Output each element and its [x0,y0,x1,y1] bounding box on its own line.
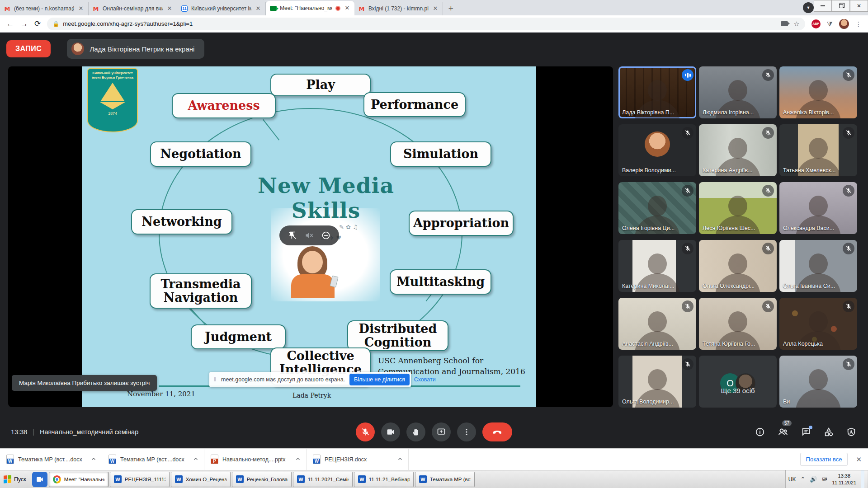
new-tab-button[interactable]: ＋ [447,3,455,14]
meeting-details-button[interactable] [755,427,765,437]
present-screen-button[interactable] [432,422,451,441]
tab-calendar[interactable]: 11 Київський університет імені Борис ✕ [177,2,266,15]
show-all-downloads-button[interactable]: Показати все [800,453,848,466]
overflow-participants-tile[interactable]: O Ще 39 осіб [699,356,777,408]
screen-share-notification: ‖ meet.google.com має доступ до вашого е… [209,372,411,387]
taskbar-task-chrome[interactable]: Meet: "Навчально... [49,472,108,487]
activities-button[interactable] [824,427,834,437]
close-icon[interactable]: ✕ [344,5,351,12]
word-icon: W [236,475,244,483]
browser-toolbar: ← → ⟳ 🔒 meet.google.com/xhq-agrz-sys?aut… [0,15,868,33]
taskbar-task-word[interactable]: W Рецензія_Головатен... [232,472,292,487]
skill-box-performance: Performance [363,92,466,117]
camera-in-use-icon[interactable] [781,21,788,26]
logo-emblem [101,83,124,101]
recording-badge: ЗАПИС [6,40,51,57]
tab-gmail-inbox[interactable]: M Вхідні (1 732) - kimmn.pi@kubg.ed ✕ [354,2,443,15]
drag-handle-icon[interactable]: ‖ [214,376,217,383]
download-item[interactable]: W Тематика МР (вст....docx [102,449,204,470]
taskbar-task-word[interactable]: W Хомич О_Рецензія [Р... [171,472,231,487]
remove-from-call-icon[interactable] [321,231,330,240]
participant-tile[interactable]: Олена Ігорівна Ци... [618,182,696,234]
camera-toggle-button[interactable] [381,422,400,441]
hidden-icons-chevron[interactable]: ⌃ [800,476,805,483]
bookmark-star-icon[interactable]: ☆ [793,20,799,28]
mic-toggle-button[interactable] [356,422,375,441]
download-item[interactable]: W Тематика МР (вст....docx [0,449,102,470]
participant-tile[interactable]: Анжеліка Вікторів... [779,66,857,118]
leave-call-button[interactable] [482,422,512,441]
taskbar-task-word[interactable]: W Тематика МР (вступ ... [415,472,475,487]
participant-tile[interactable]: Тетяна Юріївна Го... [699,298,777,350]
close-icon[interactable]: ✕ [255,5,262,12]
close-downloads-bar-icon[interactable]: ✕ [856,455,862,464]
close-icon[interactable]: ✕ [432,5,439,12]
chevron-up-icon[interactable] [295,455,301,464]
participant-tile[interactable]: Ольга Володимир... [618,356,696,408]
language-indicator[interactable]: UK [788,476,796,483]
participant-tile[interactable]: Анастасія Андріїв... [618,298,696,350]
minimize-button[interactable] [814,0,832,12]
taskbar-task-word[interactable]: W РЕЦЕНЗІЯ_111121 - ... [110,472,170,487]
browser-menu-icon[interactable]: ⋮ [855,20,862,28]
download-item[interactable]: P Навчально-метод....pptx [204,449,307,470]
forward-button[interactable]: → [20,19,28,28]
self-view-tile[interactable]: Ви [779,356,857,408]
participant-tile[interactable]: Леся Юріївна Шес... [699,182,777,234]
unpin-icon[interactable] [288,231,297,240]
participant-tile[interactable]: Ольга Іванівна Си... [779,240,857,292]
taskbar-task-word[interactable]: W 11.11.2021_Семінар... [293,472,353,487]
taskbar-clock[interactable]: 13:3811.11.2021 [832,473,856,486]
participant-tile[interactable]: Валерія Володими... [618,124,696,176]
participant-tile[interactable]: Олександра Васи... [779,182,857,234]
url-text[interactable]: meet.google.com/xhq-agrz-sys?authuser=1&… [63,20,193,27]
chat-notification-dot [809,426,812,429]
shared-screen-tile[interactable]: Київський університетімені Бориса Грінче… [8,66,613,407]
raise-hand-button[interactable] [406,422,425,441]
word-file-icon: W [6,455,14,464]
chevron-up-icon[interactable] [91,455,96,464]
tab-gmail-seminar[interactable]: M Онлайн-семінар для вчителів іноз ✕ [89,2,177,15]
stop-sharing-button[interactable]: Більше не ділитися [349,374,410,385]
close-icon[interactable]: ✕ [77,5,85,12]
hide-notification-link[interactable]: Сховати [414,376,436,383]
slide-author: Lada Petryk [292,392,331,399]
participant-tile[interactable]: Лада Вікторівна П... [618,66,696,118]
participants-button[interactable]: 57 [778,427,788,437]
close-window-button[interactable]: ✕ [850,0,868,12]
start-button[interactable]: Пуск [1,472,31,487]
show-desktop-button[interactable] [861,470,864,488]
restore-button[interactable] [832,0,850,12]
participant-tile[interactable]: Алла Корецька [779,298,857,350]
calendar-icon: 11 [181,5,188,12]
tab-gmail-compose[interactable]: M (без теми) - n.kosharna@kubg.edu ✕ [0,2,89,15]
taskbar-task-word[interactable]: W 11.11.21_Вебінари_... [354,472,414,487]
close-icon[interactable]: ✕ [166,5,173,12]
participant-tile[interactable]: Татьяна Хмелевск... [779,124,857,176]
mute-participant-icon[interactable] [305,231,314,240]
host-controls-button[interactable] [846,427,856,437]
tab-meet-active[interactable]: Meet: "Навчально_методични ✕ [266,1,354,15]
download-item[interactable]: W РЕЦЕНЗІЯ.docx [307,449,409,470]
more-options-button[interactable] [457,422,476,441]
volume-icon[interactable]: 🔊 [810,476,817,483]
slide-date: November 11, 2021 [127,390,195,398]
network-icon[interactable]: 🖳 [822,476,828,483]
participant-tile[interactable]: Людмила Ігорівна... [699,66,777,118]
back-button[interactable]: ← [6,19,14,28]
chat-button[interactable] [801,427,811,437]
camera-app-button[interactable] [32,472,47,487]
reload-button[interactable]: ⟳ [34,19,41,28]
participant-tile[interactable]: Катерина Миколаї... [618,240,696,292]
extensions-icon[interactable]: ⧩ [827,20,833,28]
chevron-up-icon[interactable] [193,455,198,464]
address-bar[interactable]: 🔒 meet.google.com/xhq-agrz-sys?authuser=… [47,18,805,30]
adblock-extension-icon[interactable]: ABP [811,19,821,28]
window-controls: ✕ [814,0,868,12]
participant-tile[interactable]: Ольга Олександрі... [699,240,777,292]
participant-tile[interactable]: Катерина Андріїв... [699,124,777,176]
profile-avatar[interactable] [839,19,849,29]
media-controls-button[interactable]: ▼ [803,2,814,13]
word-file-icon: W [313,455,321,464]
chevron-up-icon[interactable] [397,455,403,464]
